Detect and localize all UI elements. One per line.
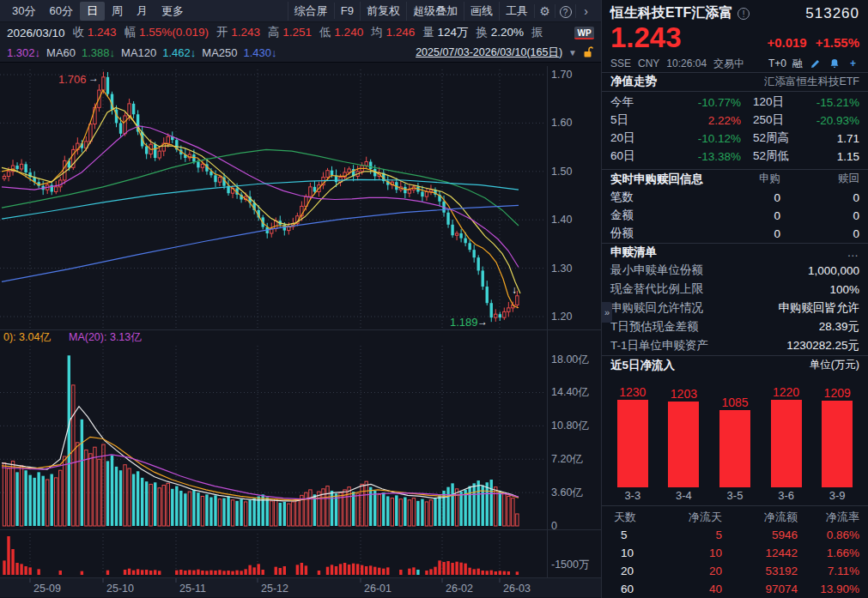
flow5-bar (668, 402, 699, 487)
rt-col-redeem: 赎回 (780, 172, 859, 186)
wp-badge[interactable]: WP (574, 27, 594, 39)
svg-text:1.60: 1.60 (551, 117, 572, 129)
kline-chart-canvas[interactable]: 1.701.601.501.401.301.2018.00亿14.40亿10.8… (0, 63, 601, 597)
pcf-allow-status: 申购赎回允许情况申购赎回皆允许 (610, 299, 859, 317)
table-row: 60409707413.90% (610, 580, 859, 598)
svg-text:3.60亿: 3.60亿 (551, 486, 583, 498)
period-more[interactable]: 更多 (155, 2, 191, 21)
flow5-bar (771, 400, 802, 487)
ma-legend-bar: 1.302↓ MA60 1.388↓ MA120 1.462↓ MA250 1.… (0, 43, 601, 63)
svg-text:→: → (477, 316, 488, 328)
svg-text:1.189: 1.189 (450, 316, 478, 329)
rt-row-shares: 份额00 (610, 225, 859, 243)
last-price: 1.243 (610, 22, 682, 53)
flow5-title: 近5日净流入 (610, 358, 675, 373)
ma250-value: 1.430↓ (244, 46, 277, 59)
market-status: 交易中 (713, 57, 744, 71)
svg-text:10.80亿: 10.80亿 (551, 420, 589, 432)
dropdown-arrow-icon[interactable]: ▼ (568, 48, 577, 57)
date-range-selector[interactable]: 2025/07/03-2026/03/10(165日) (416, 45, 562, 60)
period-toolbar: 30分 60分 日 周 月 更多 综合屏 F9 前复权 超级叠加 画线 工具 ⚙… (0, 0, 601, 22)
ma120-label: MA120 (121, 46, 156, 59)
quote-open: 开 1.243 (216, 25, 260, 40)
net-flow-table: 天数净流天净流额净流率 5559460.86% 1010124421.66% 2… (602, 506, 868, 598)
quote-turnover: 换 2.20% (476, 25, 525, 40)
svg-text:25-10: 25-10 (106, 583, 134, 595)
period-month[interactable]: 月 (130, 2, 155, 21)
period-day[interactable]: 日 (80, 2, 105, 21)
pcf-list: 最小申赎单位份额1,000,000 现金替代比例上限100% 申购赎回允许情况申… (602, 261, 868, 355)
ma60-value: 1.388↓ (82, 46, 115, 59)
tool-tools[interactable]: 工具 (499, 2, 534, 21)
pcf-unit-asset: T-1日单位申赎资产1230282.25元 (610, 336, 859, 355)
svg-text:25-09: 25-09 (33, 583, 61, 595)
svg-text:1.50: 1.50 (551, 166, 572, 178)
tool-super-overlay[interactable]: 超级叠加 (406, 2, 464, 21)
tool-composite-screen[interactable]: 综合屏 (288, 2, 334, 21)
exchange-label: SSE (610, 57, 631, 69)
chevron-right-icon[interactable]: › (575, 4, 596, 18)
period-30min[interactable]: 30分 (5, 2, 42, 21)
flow5-bar (719, 410, 750, 487)
tool-forward-adjust[interactable]: 前复权 (360, 2, 406, 21)
svg-text:-1500万: -1500万 (551, 559, 589, 571)
rt-title: 实时申购赎回信息 (610, 172, 715, 187)
tool-draw-line[interactable]: 画线 (464, 2, 499, 21)
svg-text:14.40亿: 14.40亿 (551, 386, 589, 398)
add-plus-icon[interactable]: + (847, 57, 859, 70)
quote-bar: 2026/03/10 收 1.243 幅 1.55%(0.019) 开 1.24… (0, 22, 601, 43)
quote-panel: » 恒生科技ETF汇添富 ! 513260 1.243 +0.019+1.55%… (601, 0, 868, 598)
nav-section-header: 净值走势 汇添富恒生科技ETF (602, 73, 868, 91)
svg-text:MA(20): 3.13亿: MA(20): 3.13亿 (69, 331, 142, 343)
price-change: +0.019+1.55% (758, 35, 859, 50)
pcf-title: 申赎清单 (610, 245, 657, 260)
alert-bell-icon[interactable] (828, 57, 841, 70)
quote-swing-label: 振 (531, 25, 543, 40)
flow5-bar (822, 401, 853, 487)
realtime-creation-redemption: 实时申购赎回信息 申购 赎回 笔数00 金额00 份额00 (602, 170, 868, 243)
flow5-header: 近5日净流入 单位(万元) (602, 356, 868, 374)
fund-name: 汇添富恒生科技ETF (764, 75, 859, 89)
ma60-label: MA60 (46, 46, 76, 59)
flow5-dates: 3-33-43-53-63-9 (602, 487, 868, 505)
ma120-value: 1.462↓ (162, 46, 196, 59)
svg-text:↓: ↓ (512, 284, 517, 296)
svg-text:26-02: 26-02 (446, 583, 473, 595)
instrument-code: 513260 (805, 5, 859, 22)
svg-text:25-12: 25-12 (261, 583, 288, 595)
chart-column: 30分 60分 日 周 月 更多 综合屏 F9 前复权 超级叠加 画线 工具 ⚙… (0, 0, 601, 598)
flow5-bar (617, 400, 648, 488)
lock-open-icon[interactable] (583, 46, 594, 58)
quote-date: 2026/03/10 (7, 27, 65, 39)
edit-pencil-icon[interactable] (809, 57, 822, 70)
tool-f9[interactable]: F9 (334, 3, 360, 19)
quote-high: 高 1.251 (268, 25, 312, 40)
period-60min[interactable]: 60分 (42, 2, 79, 21)
info-icon[interactable]: ! (737, 8, 750, 20)
nav-trend-title: 净值走势 (610, 74, 657, 89)
quote-volume: 量 124万 (422, 25, 468, 40)
panel-expand-icon[interactable]: » (602, 302, 612, 323)
quote-low: 低 1.240 (319, 25, 363, 40)
gear-icon[interactable]: ⚙ (534, 4, 555, 18)
pcf-cash-ratio: 现金替代比例上限100% (610, 280, 859, 299)
instrument-name: 恒生科技ETF汇添富 (610, 4, 732, 22)
ma30-value: 1.302↓ (7, 46, 40, 59)
svg-text:26-03: 26-03 (503, 583, 531, 595)
svg-text:25-11: 25-11 (179, 583, 206, 595)
svg-text:1.30: 1.30 (551, 263, 572, 275)
help-icon[interactable]: ? (555, 4, 575, 18)
pcf-min-unit: 最小申赎单位份额1,000,000 (610, 261, 859, 280)
period-week[interactable]: 周 (105, 2, 130, 21)
table-row: 5559460.86% (610, 526, 859, 544)
t0-badge: T+0 (768, 57, 786, 69)
flow5-bar-chart: 1230 1203 1085 1220 1209 (602, 374, 868, 487)
rt-row-count: 笔数00 (610, 189, 859, 207)
performance-stats: 今年-10.77%120日-15.21% 5日2.22%250日-20.93% … (602, 92, 868, 169)
margin-badge: 融 (792, 57, 803, 71)
quote-amplitude: 幅 1.55%(0.019) (124, 25, 209, 40)
flow5-unit: 单位(万元) (810, 358, 859, 372)
pcf-more-button[interactable]: … (847, 246, 860, 259)
svg-text:1.706: 1.706 (58, 73, 87, 86)
rt-row-amount: 金额00 (610, 207, 859, 225)
